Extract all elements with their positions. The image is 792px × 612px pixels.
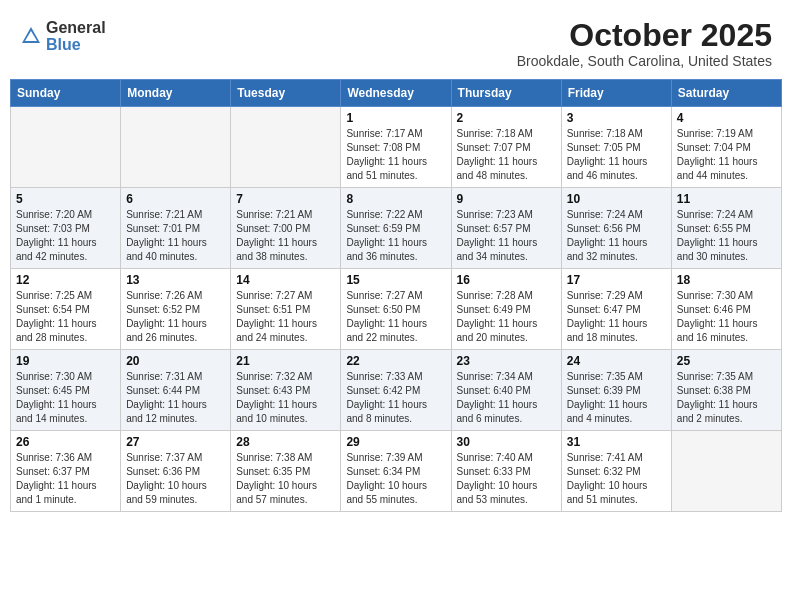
- day-info: Sunrise: 7:18 AMSunset: 7:07 PMDaylight:…: [457, 127, 556, 183]
- calendar-cell: 2Sunrise: 7:18 AMSunset: 7:07 PMDaylight…: [451, 107, 561, 188]
- day-info: Sunrise: 7:23 AMSunset: 6:57 PMDaylight:…: [457, 208, 556, 264]
- day-number: 16: [457, 273, 556, 287]
- calendar-cell: 29Sunrise: 7:39 AMSunset: 6:34 PMDayligh…: [341, 431, 451, 512]
- day-info: Sunrise: 7:17 AMSunset: 7:08 PMDaylight:…: [346, 127, 445, 183]
- calendar-cell: 1Sunrise: 7:17 AMSunset: 7:08 PMDaylight…: [341, 107, 451, 188]
- day-info: Sunrise: 7:22 AMSunset: 6:59 PMDaylight:…: [346, 208, 445, 264]
- day-number: 26: [16, 435, 115, 449]
- title-block: October 2025 Brookdale, South Carolina, …: [517, 18, 772, 69]
- calendar-cell: 16Sunrise: 7:28 AMSunset: 6:49 PMDayligh…: [451, 269, 561, 350]
- day-info: Sunrise: 7:33 AMSunset: 6:42 PMDaylight:…: [346, 370, 445, 426]
- calendar-cell: 31Sunrise: 7:41 AMSunset: 6:32 PMDayligh…: [561, 431, 671, 512]
- weekday-header-saturday: Saturday: [671, 80, 781, 107]
- day-number: 15: [346, 273, 445, 287]
- day-info: Sunrise: 7:31 AMSunset: 6:44 PMDaylight:…: [126, 370, 225, 426]
- calendar-cell: 3Sunrise: 7:18 AMSunset: 7:05 PMDaylight…: [561, 107, 671, 188]
- calendar-cell: 11Sunrise: 7:24 AMSunset: 6:55 PMDayligh…: [671, 188, 781, 269]
- calendar-cell: 24Sunrise: 7:35 AMSunset: 6:39 PMDayligh…: [561, 350, 671, 431]
- day-number: 19: [16, 354, 115, 368]
- day-number: 29: [346, 435, 445, 449]
- day-info: Sunrise: 7:37 AMSunset: 6:36 PMDaylight:…: [126, 451, 225, 507]
- day-number: 12: [16, 273, 115, 287]
- weekday-header-sunday: Sunday: [11, 80, 121, 107]
- calendar-table: SundayMondayTuesdayWednesdayThursdayFrid…: [10, 79, 782, 512]
- calendar-cell: [121, 107, 231, 188]
- day-number: 11: [677, 192, 776, 206]
- day-info: Sunrise: 7:40 AMSunset: 6:33 PMDaylight:…: [457, 451, 556, 507]
- day-number: 7: [236, 192, 335, 206]
- day-number: 10: [567, 192, 666, 206]
- day-info: Sunrise: 7:27 AMSunset: 6:51 PMDaylight:…: [236, 289, 335, 345]
- calendar-cell: 6Sunrise: 7:21 AMSunset: 7:01 PMDaylight…: [121, 188, 231, 269]
- calendar-cell: 23Sunrise: 7:34 AMSunset: 6:40 PMDayligh…: [451, 350, 561, 431]
- calendar-week-row: 26Sunrise: 7:36 AMSunset: 6:37 PMDayligh…: [11, 431, 782, 512]
- calendar-cell: 19Sunrise: 7:30 AMSunset: 6:45 PMDayligh…: [11, 350, 121, 431]
- calendar-cell: [11, 107, 121, 188]
- calendar-cell: 17Sunrise: 7:29 AMSunset: 6:47 PMDayligh…: [561, 269, 671, 350]
- month-title: October 2025: [517, 18, 772, 53]
- location-subtitle: Brookdale, South Carolina, United States: [517, 53, 772, 69]
- day-number: 23: [457, 354, 556, 368]
- day-info: Sunrise: 7:24 AMSunset: 6:56 PMDaylight:…: [567, 208, 666, 264]
- calendar-cell: 30Sunrise: 7:40 AMSunset: 6:33 PMDayligh…: [451, 431, 561, 512]
- day-number: 30: [457, 435, 556, 449]
- logo-icon: [20, 25, 42, 47]
- day-number: 8: [346, 192, 445, 206]
- calendar-week-row: 19Sunrise: 7:30 AMSunset: 6:45 PMDayligh…: [11, 350, 782, 431]
- calendar-cell: 18Sunrise: 7:30 AMSunset: 6:46 PMDayligh…: [671, 269, 781, 350]
- logo-blue: Blue: [46, 35, 106, 54]
- calendar-week-row: 1Sunrise: 7:17 AMSunset: 7:08 PMDaylight…: [11, 107, 782, 188]
- calendar-cell: 12Sunrise: 7:25 AMSunset: 6:54 PMDayligh…: [11, 269, 121, 350]
- logo: General Blue: [20, 18, 106, 54]
- day-number: 27: [126, 435, 225, 449]
- day-info: Sunrise: 7:21 AMSunset: 7:01 PMDaylight:…: [126, 208, 225, 264]
- day-number: 6: [126, 192, 225, 206]
- calendar-cell: 8Sunrise: 7:22 AMSunset: 6:59 PMDaylight…: [341, 188, 451, 269]
- calendar-cell: 5Sunrise: 7:20 AMSunset: 7:03 PMDaylight…: [11, 188, 121, 269]
- calendar-cell: 9Sunrise: 7:23 AMSunset: 6:57 PMDaylight…: [451, 188, 561, 269]
- calendar-cell: 7Sunrise: 7:21 AMSunset: 7:00 PMDaylight…: [231, 188, 341, 269]
- weekday-header-thursday: Thursday: [451, 80, 561, 107]
- calendar-cell: [231, 107, 341, 188]
- calendar-cell: 15Sunrise: 7:27 AMSunset: 6:50 PMDayligh…: [341, 269, 451, 350]
- weekday-header-tuesday: Tuesday: [231, 80, 341, 107]
- day-number: 25: [677, 354, 776, 368]
- day-info: Sunrise: 7:26 AMSunset: 6:52 PMDaylight:…: [126, 289, 225, 345]
- day-info: Sunrise: 7:35 AMSunset: 6:38 PMDaylight:…: [677, 370, 776, 426]
- day-info: Sunrise: 7:25 AMSunset: 6:54 PMDaylight:…: [16, 289, 115, 345]
- day-info: Sunrise: 7:30 AMSunset: 6:45 PMDaylight:…: [16, 370, 115, 426]
- day-info: Sunrise: 7:20 AMSunset: 7:03 PMDaylight:…: [16, 208, 115, 264]
- day-number: 9: [457, 192, 556, 206]
- day-info: Sunrise: 7:38 AMSunset: 6:35 PMDaylight:…: [236, 451, 335, 507]
- weekday-header-wednesday: Wednesday: [341, 80, 451, 107]
- day-number: 28: [236, 435, 335, 449]
- calendar-cell: 14Sunrise: 7:27 AMSunset: 6:51 PMDayligh…: [231, 269, 341, 350]
- page-header: General Blue October 2025 Brookdale, Sou…: [10, 10, 782, 75]
- calendar-cell: 10Sunrise: 7:24 AMSunset: 6:56 PMDayligh…: [561, 188, 671, 269]
- day-info: Sunrise: 7:29 AMSunset: 6:47 PMDaylight:…: [567, 289, 666, 345]
- day-info: Sunrise: 7:32 AMSunset: 6:43 PMDaylight:…: [236, 370, 335, 426]
- calendar-cell: 13Sunrise: 7:26 AMSunset: 6:52 PMDayligh…: [121, 269, 231, 350]
- weekday-header-friday: Friday: [561, 80, 671, 107]
- calendar-week-row: 5Sunrise: 7:20 AMSunset: 7:03 PMDaylight…: [11, 188, 782, 269]
- calendar-cell: 21Sunrise: 7:32 AMSunset: 6:43 PMDayligh…: [231, 350, 341, 431]
- day-info: Sunrise: 7:30 AMSunset: 6:46 PMDaylight:…: [677, 289, 776, 345]
- calendar-week-row: 12Sunrise: 7:25 AMSunset: 6:54 PMDayligh…: [11, 269, 782, 350]
- weekday-header-monday: Monday: [121, 80, 231, 107]
- calendar-cell: [671, 431, 781, 512]
- day-info: Sunrise: 7:41 AMSunset: 6:32 PMDaylight:…: [567, 451, 666, 507]
- calendar-cell: 22Sunrise: 7:33 AMSunset: 6:42 PMDayligh…: [341, 350, 451, 431]
- day-number: 4: [677, 111, 776, 125]
- day-number: 24: [567, 354, 666, 368]
- day-number: 1: [346, 111, 445, 125]
- day-info: Sunrise: 7:39 AMSunset: 6:34 PMDaylight:…: [346, 451, 445, 507]
- day-number: 14: [236, 273, 335, 287]
- day-info: Sunrise: 7:21 AMSunset: 7:00 PMDaylight:…: [236, 208, 335, 264]
- day-info: Sunrise: 7:35 AMSunset: 6:39 PMDaylight:…: [567, 370, 666, 426]
- day-number: 18: [677, 273, 776, 287]
- day-info: Sunrise: 7:27 AMSunset: 6:50 PMDaylight:…: [346, 289, 445, 345]
- day-number: 13: [126, 273, 225, 287]
- calendar-cell: 26Sunrise: 7:36 AMSunset: 6:37 PMDayligh…: [11, 431, 121, 512]
- day-info: Sunrise: 7:18 AMSunset: 7:05 PMDaylight:…: [567, 127, 666, 183]
- day-info: Sunrise: 7:36 AMSunset: 6:37 PMDaylight:…: [16, 451, 115, 507]
